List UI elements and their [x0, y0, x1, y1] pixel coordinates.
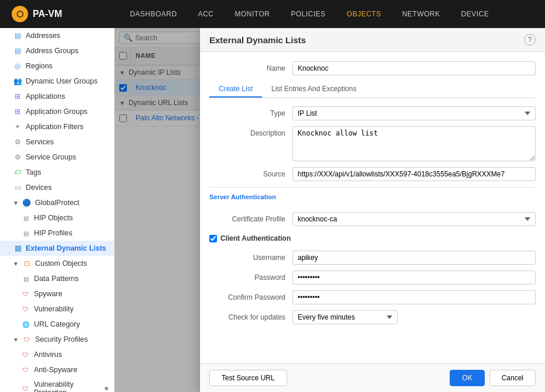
- sidebar-label-application-groups: Application Groups: [26, 107, 108, 116]
- modal-footer: Test Source URL OK Cancel: [200, 363, 545, 392]
- vulnerability-protection-icon: 🛡: [21, 384, 30, 392]
- custom-objects-expand-icon: ▼: [13, 261, 19, 267]
- test-source-url-button[interactable]: Test Source URL: [209, 370, 287, 386]
- footer-action-buttons: OK Cancel: [450, 370, 536, 386]
- nav-device[interactable]: DEVICE: [452, 5, 499, 23]
- sidebar-label-regions: Regions: [26, 62, 108, 70]
- name-input[interactable]: [292, 61, 536, 75]
- confirm-password-input[interactable]: [292, 290, 536, 304]
- password-input[interactable]: [292, 270, 536, 285]
- address-groups-icon: ▤: [13, 46, 22, 55]
- sidebar-item-anti-spyware[interactable]: 🛡 Anti-Spyware: [0, 362, 114, 377]
- username-label: Username: [209, 251, 285, 262]
- sidebar-item-hip-profiles[interactable]: ▤ HIP Profiles: [0, 226, 114, 241]
- anti-spyware-icon: 🛡: [21, 365, 30, 374]
- sidebar-item-external-dynamic-lists[interactable]: ▤ External Dynamic Lists: [0, 241, 114, 256]
- client-auth-label[interactable]: Client Authentication: [220, 234, 291, 242]
- check-updates-label: Check for updates: [209, 310, 285, 321]
- client-auth-row: Client Authentication: [209, 232, 536, 245]
- sidebar-item-url-category[interactable]: 🌐 URL Category: [0, 317, 114, 332]
- form-row-source: Source: [209, 167, 536, 181]
- sidebar-item-custom-objects[interactable]: ▼ ⊡ Custom Objects: [0, 256, 114, 271]
- security-profiles-icon: 🛡: [22, 335, 32, 344]
- sidebar-item-addresses[interactable]: ▤ Addresses: [0, 28, 114, 43]
- description-textarea[interactable]: [292, 126, 536, 161]
- sidebar-label-addresses: Addresses: [26, 32, 108, 40]
- sidebar-label-applications: Applications: [26, 92, 108, 100]
- app-name: PA-VM: [33, 9, 62, 19]
- form-row-password: Password: [209, 270, 536, 285]
- sidebar-item-application-filters[interactable]: ✦ Application Filters: [0, 119, 114, 134]
- service-groups-icon: ⚙: [13, 152, 22, 162]
- modal-body: Name Create List List Entries And Except…: [200, 52, 545, 363]
- hip-objects-icon: ▤: [21, 213, 30, 223]
- modal-overlay: External Dynamic Lists ? Name Create Lis…: [115, 28, 545, 392]
- sidebar-label-spyware: Spyware: [34, 290, 108, 298]
- sidebar-item-data-patterns[interactable]: ▤ Data Patterns: [0, 271, 114, 286]
- nav-policies[interactable]: POLICIES: [281, 5, 334, 23]
- sidebar-item-spyware[interactable]: 🛡 Spyware: [0, 286, 114, 301]
- sidebar-label-vulnerability: Vulnerability: [34, 305, 108, 313]
- sidebar-label-address-groups: Address Groups: [26, 47, 108, 55]
- sidebar-item-service-groups[interactable]: ⚙ Service Groups: [0, 150, 114, 165]
- modal-tabs: Create List List Entries And Exceptions: [209, 81, 536, 98]
- server-auth-section: Server Authentication: [209, 187, 536, 209]
- security-profiles-expand-icon: ▼: [13, 337, 19, 343]
- sidebar-item-address-groups[interactable]: ▤ Address Groups: [0, 43, 114, 58]
- custom-objects-icon: ⊡: [22, 259, 32, 268]
- data-patterns-icon: ▤: [21, 274, 30, 283]
- form-row-confirm-password: Confirm Password: [209, 290, 536, 304]
- sidebar-item-vulnerability-protection[interactable]: 🛡 Vulnerability Protection: [0, 377, 114, 392]
- form-row-name: Name: [209, 61, 536, 75]
- username-input[interactable]: [292, 251, 536, 265]
- sidebar-item-globalprotect[interactable]: ▼ 🔵 GlobalProtect: [0, 195, 114, 210]
- hip-profiles-icon: ▤: [21, 228, 30, 238]
- modal-header: External Dynamic Lists ?: [200, 28, 545, 52]
- logo-icon: ⬡: [12, 6, 28, 22]
- sidebar-item-hip-objects[interactable]: ▤ HIP Objects: [0, 210, 114, 226]
- sidebar-item-security-profiles[interactable]: ▼ 🛡 Security Profiles: [0, 332, 114, 347]
- addresses-icon: ▤: [13, 31, 22, 40]
- form-row-description: Description: [209, 126, 536, 161]
- ok-button[interactable]: OK: [450, 370, 484, 386]
- type-select[interactable]: IP ListURL ListDomain ListIMSI ListIMEI …: [292, 106, 536, 120]
- password-label: Password: [209, 270, 285, 282]
- confirm-password-label: Confirm Password: [209, 290, 285, 301]
- tab-create-list[interactable]: Create List: [209, 81, 262, 98]
- sidebar-item-tags[interactable]: 🏷 Tags: [0, 165, 114, 180]
- sidebar-label-anti-spyware: Anti-Spyware: [34, 366, 108, 374]
- sidebar-item-services[interactable]: ⚙ Services: [0, 134, 114, 150]
- sidebar-item-dynamic-user-groups[interactable]: 👥 Dynamic User Groups: [0, 74, 114, 89]
- sidebar-item-applications[interactable]: ⊞ Applications: [0, 89, 114, 104]
- sidebar-label-antivirus: Antivirus: [34, 351, 108, 359]
- sidebar-label-hip-objects: HIP Objects: [34, 214, 108, 222]
- sidebar-label-application-filters: Application Filters: [26, 123, 108, 131]
- check-updates-select[interactable]: Every five minutesHourlyDailyWeekly: [292, 310, 398, 324]
- spyware-icon: 🛡: [21, 289, 30, 299]
- server-auth-label: Server Authentication: [209, 193, 536, 200]
- sidebar-item-regions[interactable]: ◎ Regions: [0, 58, 114, 74]
- sidebar-item-antivirus[interactable]: 🛡 Antivirus: [0, 347, 114, 362]
- nav-network[interactable]: NETWORK: [393, 5, 450, 23]
- cancel-button[interactable]: Cancel: [489, 370, 536, 386]
- cert-profile-select[interactable]: knocknoc-caNone: [292, 212, 536, 226]
- nav-dashboard[interactable]: DASHBOARD: [120, 5, 187, 23]
- source-input[interactable]: [292, 167, 536, 181]
- sidebar-label-vulnerability-protection: Vulnerability Protection: [34, 380, 101, 392]
- description-label: Description: [209, 126, 285, 137]
- nav-objects[interactable]: OBJECTS: [337, 5, 391, 23]
- sidebar-label-hip-profiles: HIP Profiles: [34, 229, 108, 237]
- sidebar-label-services: Services: [26, 138, 108, 146]
- sidebar-item-devices[interactable]: ▭ Devices: [0, 180, 114, 195]
- nav-monitor[interactable]: MONITOR: [226, 5, 280, 23]
- nav-bar: DASHBOARD ACC MONITOR POLICIES OBJECTS N…: [85, 5, 533, 23]
- tags-icon: 🏷: [13, 168, 22, 177]
- sidebar-item-application-groups[interactable]: ⊞ Application Groups: [0, 104, 114, 119]
- form-row-type: Type IP ListURL ListDomain ListIMSI List…: [209, 106, 536, 120]
- modal-help-button[interactable]: ?: [524, 34, 536, 46]
- tab-list-entries[interactable]: List Entries And Exceptions: [262, 81, 365, 98]
- client-auth-checkbox[interactable]: [209, 235, 217, 242]
- sidebar-label-dynamic-user-groups: Dynamic User Groups: [26, 77, 108, 85]
- sidebar-item-vulnerability[interactable]: 🛡 Vulnerability: [0, 301, 114, 317]
- nav-acc[interactable]: ACC: [189, 5, 223, 23]
